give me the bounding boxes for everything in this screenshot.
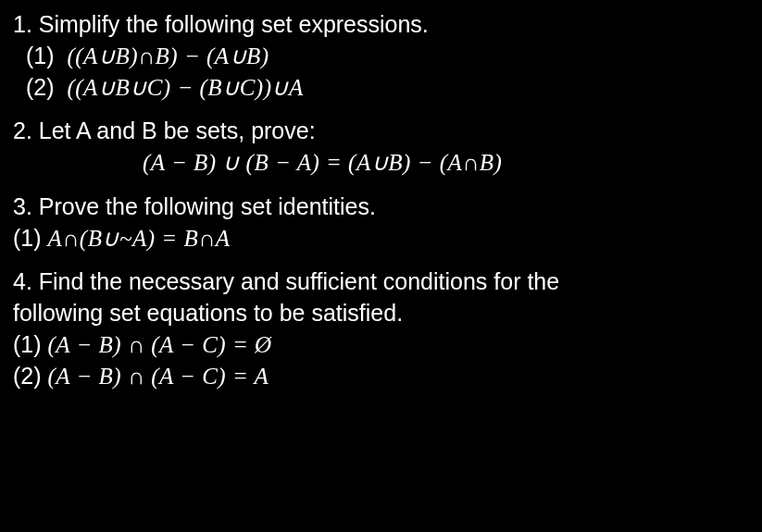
q4-p1-label: (1) bbox=[13, 331, 42, 357]
q1-stem: 1. Simplify the following set expression… bbox=[13, 9, 749, 41]
q2-expr: (A − B) ∪ (B − A) = (A∪B) − (A∩B) bbox=[143, 150, 502, 175]
document-page: 1. Simplify the following set expression… bbox=[0, 0, 762, 401]
question-3: 3. Prove the following set identities. (… bbox=[13, 192, 749, 254]
q4-part-1: (1) (A − B) ∩ (A − C) = Ø bbox=[13, 329, 749, 361]
q2-stem: 2. Let A and B be sets, prove: bbox=[13, 116, 749, 147]
q1-p1-expr: ((A∪B)∩B) − (A∪B) bbox=[67, 43, 269, 68]
q4-stem-line1: 4. Find the necessary and sufficient con… bbox=[13, 266, 749, 298]
q4-p2-label: (2) bbox=[13, 363, 42, 389]
q1-p1-label: (1) bbox=[26, 43, 55, 68]
q3-stem: 3. Prove the following set identities. bbox=[13, 192, 749, 223]
question-1: 1. Simplify the following set expression… bbox=[13, 9, 749, 103]
q3-p1-label: (1) bbox=[13, 225, 42, 251]
q4-p2-expr: (A − B) ∩ (A − C) = A bbox=[48, 364, 269, 389]
q4-stem-line2: following set equations to be satisfied. bbox=[13, 298, 749, 329]
q1-p2-expr: ((A∪B∪C) − (B∪C))∪A bbox=[67, 75, 303, 100]
question-4: 4. Find the necessary and sufficient con… bbox=[13, 266, 749, 391]
q1-p2-label: (2) bbox=[26, 74, 55, 100]
q4-p1-expr: (A − B) ∩ (A − C) = Ø bbox=[48, 332, 272, 357]
q4-part-2: (2) (A − B) ∩ (A − C) = A bbox=[13, 361, 749, 392]
q3-p1-expr: A∩(B∪~A) = B∩A bbox=[48, 226, 231, 251]
q3-part-1: (1) A∩(B∪~A) = B∩A bbox=[13, 223, 749, 254]
q2-expr-line: (A − B) ∪ (B − A) = (A∪B) − (A∩B) bbox=[13, 147, 749, 179]
q1-part-1: (1) ((A∪B)∩B) − (A∪B) bbox=[13, 41, 749, 72]
q1-part-2: (2) ((A∪B∪C) − (B∪C))∪A bbox=[13, 72, 749, 104]
question-2: 2. Let A and B be sets, prove: (A − B) ∪… bbox=[13, 116, 749, 179]
